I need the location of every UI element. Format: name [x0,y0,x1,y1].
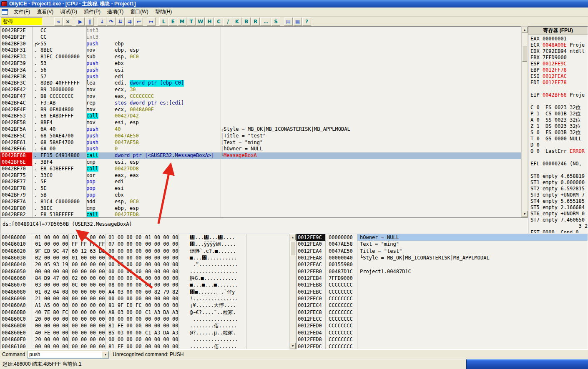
dump-row[interactable]: 004860F020 00 00 0000 00 00 0000 00 00 0… [0,336,289,343]
register-row[interactable]: ST1 empty 0.000000 [528,180,588,186]
disasm-row[interactable]: 0042BF5A.6A 40push40┌Style = MB_OK|MB_IC… [0,126,521,133]
register-row[interactable] [528,98,588,105]
register-row[interactable]: T 0 GS 0000 NULL [528,136,588,142]
disasm-row[interactable]: 0042BF68.FF15 C4914800calldword ptr [<&U… [0,152,521,159]
view-callstack-button[interactable]: K [233,17,241,26]
dump-row[interactable]: 0048600001 00 00 0001 00 00 0001 00 00 0… [0,234,289,241]
stack-row[interactable]: 0012FEBCCCCCCCCC [297,289,588,295]
disasm-row[interactable]: 0042BF3C.8DBD 40FFFFFFleaedi, dword ptr … [0,80,521,87]
goto-button[interactable]: ↦ [147,17,156,26]
appearance-button[interactable]: ▦ [293,17,302,26]
stack-row[interactable]: 0012FEAC00155980 [297,261,588,268]
command-input[interactable] [28,352,102,357]
view-patches-button[interactable]: / [224,17,232,26]
menu-debug[interactable]: 调试(D) [57,7,80,17]
register-row[interactable]: ECX 0048A00E Proje [528,42,588,48]
view-runtrace-button[interactable]: ... [260,17,271,26]
register-row[interactable]: D 0 [528,142,588,148]
register-row[interactable] [528,167,588,173]
stack-row[interactable]: 0012FEA800000040└Style = MB_OK|MB_ICONAS… [297,254,588,261]
stack-row[interactable]: 0012FECCCCCCCCCC [297,316,588,322]
register-row[interactable]: ST2 empty 6.592815 [528,186,588,192]
view-threads-button[interactable]: T [187,17,196,26]
view-source-button[interactable]: S [271,17,280,26]
disasm-row[interactable]: 0042BF78.5Epopesi [0,185,521,192]
register-row[interactable]: EDX 7C92EB94 ntdll [528,48,588,55]
scroll-down-button[interactable]: ▼ [290,343,296,349]
view-handles-button[interactable]: H [205,17,214,26]
stack-row[interactable]: 0012FEA40047AE50Title = "test" [297,248,588,254]
disasm-row[interactable]: 0042BF39.53pushebx [0,60,521,67]
disasm-row[interactable]: 0042BF30┌>55pushebp [0,41,521,47]
disasm-row[interactable]: 0042BF42.B9 30000000movecx, 30 [0,87,521,93]
disasm-row[interactable]: 0042BF4C.F3:ABrepstos dword ptr es:[edi] [0,100,521,107]
stack-row[interactable]: 0012FE9C00000000hOwner = NULL [297,234,588,241]
register-row[interactable]: EIP 0042BF68 Proje [528,92,588,98]
command-combobox[interactable]: ▼ [28,351,109,359]
disasm-row[interactable]: 0042BF75.33C0xoreax, eax [0,172,521,179]
stack-row[interactable]: 0012FED0CCCCCCCC [297,322,588,329]
register-row[interactable]: ST7 empty 7.460650 [528,217,588,223]
stack-row[interactable]: 0012FEB8CCCCCCCC [297,282,588,288]
stack-row[interactable]: 0012FEC0CCCCCCCC [297,295,588,302]
stack-row[interactable]: 0012FEC4CCCCCCCC [297,302,588,309]
view-log-button[interactable]: L [159,17,168,26]
view-breakpoints-button[interactable]: B [242,17,251,26]
disasm-row[interactable]: 0042BF4E.B9 0EA04800movecx, 0048A00E [0,107,521,113]
disasm-row[interactable]: 0042BF79.5Bpopebx [0,192,521,199]
dump-row[interactable]: 004860A0A1 A5 00 0000 00 00 0081 9F E0 F… [0,302,289,309]
step-over-button[interactable]: ↷ [107,17,116,26]
disasm-row[interactable]: 0042BF70.E8 63BEFFFFcall00427DD8 [0,166,521,172]
view-references-button[interactable]: R [251,17,260,26]
dump-scrollbar[interactable]: ▲ ▼ [289,234,296,349]
disasm-row[interactable]: 0042BF47.B8 CCCCCCCCmoveax, CCCCCCCC [0,93,521,100]
stack-row[interactable]: 0012FEB47FFD9000 [297,275,588,282]
stack-row[interactable]: 0012FEA00047AE58Text = "ming" [297,241,588,247]
disasm-row[interactable]: 0042BF53.E8 EABDFFFFcall00427D42 [0,113,521,120]
disasm-row[interactable]: 0042BF5C.68 50AE4700push0047AE50│Title =… [0,133,521,140]
register-row[interactable]: A 0 SS 0023 32位 [528,117,588,123]
disasm-row[interactable]: 0042BF31.8BECmovebp, esp [0,47,521,54]
exec-till-return-button[interactable]: ↩ [134,17,143,26]
register-row[interactable]: O 0 LastErr ERROR [528,148,588,155]
register-row[interactable] [528,86,588,92]
register-row[interactable]: EBX 7FFD9000 [528,55,588,61]
scrollbar-thumb[interactable] [290,241,295,255]
disasm-row[interactable]: 0042BF3A.56pushesi [0,67,521,74]
disassembly-pane[interactable]: 0042BF2ECCint30042BF2FCCint30042BF30┌>55… [0,26,521,217]
menu-file[interactable]: 文件(F) [10,7,33,17]
menu-options[interactable]: 选项(T) [104,7,127,17]
dump-row[interactable]: 004860E040 FE 00 0000 00 00 00B5 03 00 0… [0,329,289,336]
help-button[interactable]: ? [302,17,311,26]
menu-window[interactable]: 窗口(W) [127,7,151,17]
dump-row[interactable]: 0048609021 00 00 0000 00 00 0000 00 00 0… [0,295,289,302]
register-row[interactable]: ESP 0012FE9C [528,61,588,67]
stack-pane[interactable]: 0012FE9C00000000hOwner = NULL0012FEA0004… [296,234,588,349]
menu-plugins[interactable]: 插件(P) [80,7,104,17]
restart-button[interactable]: « [54,17,63,26]
dump-row[interactable]: 004860209F ED 9C 4760 12 63 B600 00 00 0… [0,248,289,254]
menu-view[interactable]: 查看(V) [33,7,57,17]
scroll-up-button[interactable]: ▲ [290,234,296,240]
register-row[interactable]: ST3 empty +UNORM 7 [528,192,588,198]
view-windows-button[interactable]: W [196,17,205,26]
disasm-row[interactable]: 0042BF82.E8 51BFFFFFcall00427ED8 [0,212,521,217]
cpu-window-icon[interactable] [2,9,8,15]
dump-row[interactable]: 004860C020 00 00 0000 00 00 0000 00 00 0… [0,316,289,322]
menu-help[interactable]: 帮助(H) [152,7,176,17]
disasm-row[interactable]: 0042BF7A.81C4 C0000000addesp, 0C0 [0,199,521,205]
options-button[interactable]: ▤ [284,17,293,26]
chevron-down-icon[interactable]: ▼ [102,351,109,358]
dump-row[interactable]: 0048608001 02 04 0800 00 00 00A4 03 00 0… [0,289,289,295]
memory-dump-pane[interactable]: 0048600001 00 00 0001 00 00 0001 00 00 0… [0,234,289,349]
register-row[interactable]: EBP 0012FF78 [528,67,588,73]
disasm-row[interactable]: 0042BF61.68 58AE4700push0047AE58│Text = … [0,140,521,146]
scroll-down-button[interactable]: ▼ [522,211,528,217]
dump-row[interactable]: 0048605000 00 00 0000 00 00 0000 00 00 0… [0,268,289,275]
disasm-row[interactable]: 0042BF3B.57pushedi [0,74,521,80]
info-pane[interactable]: ds:[004891C4]=77D5050B (USER32.MessageBo… [0,217,528,234]
view-memory-button[interactable]: M [178,17,186,26]
dump-row[interactable]: 0048610000 00 00 0000 00 00 0081 FE 00 0… [0,343,289,350]
stack-row[interactable]: 0012FEDCCCCCCCCC [297,343,588,350]
disasm-row[interactable]: 0042BF80.3BECcmpebp, esp [0,205,521,212]
